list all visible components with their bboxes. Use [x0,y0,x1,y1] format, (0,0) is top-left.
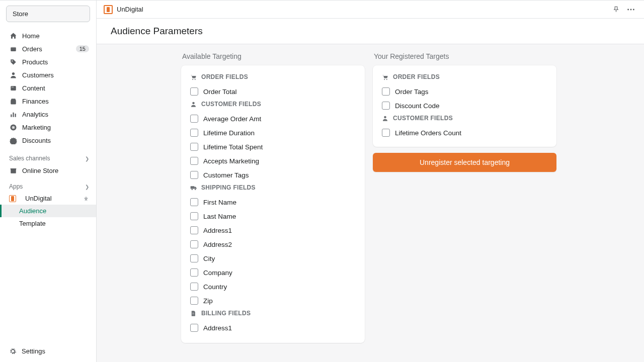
svg-point-21 [195,189,196,190]
nav-app-audience[interactable]: Audience [0,205,96,217]
field-row[interactable]: Last Name [190,209,356,223]
field-row[interactable]: Address1 [190,321,356,335]
store-icon [9,166,17,174]
field-row[interactable]: Order Total [190,84,356,99]
store-selector[interactable]: Store [6,6,90,22]
apps-header[interactable]: Apps ❯ [0,181,96,192]
group-label: CUSTOMER FIELDS [201,101,261,108]
field-label: Country [203,283,227,291]
nav-label: Settings [22,347,45,355]
field-row[interactable]: Customer Tags [190,168,356,182]
field-label: Lifetime Duration [203,129,255,137]
nav-app-template[interactable]: Template [0,217,96,230]
field-label: Lifetime Orders Count [395,129,461,137]
field-label: Address1 [203,324,232,332]
svg-point-18 [192,102,195,104]
nav-home[interactable]: Home [0,29,96,42]
field-row[interactable]: Country [190,280,356,294]
unregister-button[interactable]: Unregister selected targeting [373,153,556,172]
svg-point-14 [630,9,632,10]
checkbox[interactable] [190,240,198,248]
nav-finances[interactable]: Finances [0,95,96,108]
app-title: UnDigital [117,6,143,13]
checkbox[interactable] [190,283,198,291]
nav-online-store[interactable]: Online Store [0,164,96,177]
field-row[interactable]: Address2 [190,237,356,251]
nav-label: Home [22,32,89,40]
field-row[interactable]: Average Order Amt [190,112,356,126]
app-logo-icon [9,195,20,202]
available-targeting-card: ORDER FIELDS Order Total CUSTOMER FIELDS [181,65,365,343]
checkbox[interactable] [190,115,198,123]
nav-analytics[interactable]: Analytics [0,108,96,121]
checkbox[interactable] [190,254,198,262]
checkbox[interactable] [382,129,390,137]
group-header-customer: CUSTOMER FIELDS [190,101,356,108]
nav-content[interactable]: Content [0,81,96,95]
svg-point-13 [627,9,629,10]
checkbox[interactable] [190,226,198,234]
field-row[interactable]: First Name [190,195,356,209]
group-header-order: ORDER FIELDS [382,73,547,80]
field-row[interactable]: Lifetime Total Spent [190,140,356,154]
group-label: BILLING FIELDS [201,310,251,317]
checkbox[interactable] [190,198,198,206]
pin-icon[interactable] [83,196,89,202]
checkbox[interactable] [190,171,198,179]
finances-icon [9,97,17,105]
column-header: Your Registered Targets [373,52,556,60]
field-label: Zip [203,297,213,305]
checkbox[interactable] [190,212,198,220]
checkbox[interactable] [190,143,198,151]
nav-label: Audience [19,207,46,215]
nav-label: Products [22,58,89,66]
app-logo-icon [104,5,113,14]
field-row[interactable]: Zip [190,294,356,308]
checkbox[interactable] [190,87,198,96]
nav-discounts[interactable]: Discounts [0,134,96,147]
checkbox[interactable] [190,297,198,305]
checkbox[interactable] [382,102,390,110]
nav-orders[interactable]: Orders 15 [0,42,96,55]
main: UnDigital Audience Parameters Available … [97,1,644,362]
field-label: Company [203,269,232,277]
checkbox[interactable] [190,324,198,332]
sales-channels-header[interactable]: Sales channels ❯ [0,153,96,164]
truck-icon [190,185,197,191]
checkbox[interactable] [190,129,198,137]
field-row[interactable]: Lifetime Duration [190,126,356,140]
svg-rect-19 [191,186,195,189]
section-label: Apps [9,183,23,190]
nav-label: Marketing [22,124,89,131]
checkbox[interactable] [190,268,198,277]
nav-products[interactable]: Products [0,55,96,68]
chevron-right-icon: ❯ [85,156,89,161]
field-row[interactable]: Address1 [190,223,356,237]
field-row[interactable]: Order Tags [382,84,547,99]
more-icon[interactable] [625,4,637,16]
nav-customers[interactable]: Customers [0,68,96,81]
svg-point-26 [384,116,386,118]
svg-point-3 [12,72,14,74]
gear-icon [9,347,17,355]
nav-settings[interactable]: Settings [0,342,96,362]
field-row[interactable]: Lifetime Orders Count [382,126,547,140]
chevron-right-icon: ❯ [85,184,89,190]
svg-point-24 [384,79,385,80]
field-row[interactable]: Company [190,265,356,280]
nav-marketing[interactable]: Marketing [0,121,96,134]
field-row[interactable]: Accepts Marketing [190,154,356,168]
field-row[interactable]: City [190,251,356,265]
field-row[interactable]: Discount Code [382,99,547,113]
available-targeting-column: Available Targeting ORDER FIELDS Order T… [181,52,365,343]
checkbox[interactable] [190,157,198,165]
pin-icon[interactable] [610,4,622,16]
group-label: CUSTOMER FIELDS [393,115,453,122]
nav-app-undigital[interactable]: UnDigital [0,192,96,205]
field-label: Order Total [203,88,237,96]
svg-point-16 [192,79,193,80]
topbar: UnDigital [97,1,644,19]
checkbox[interactable] [382,87,390,96]
field-label: Address1 [203,227,232,234]
analytics-icon [9,110,17,118]
